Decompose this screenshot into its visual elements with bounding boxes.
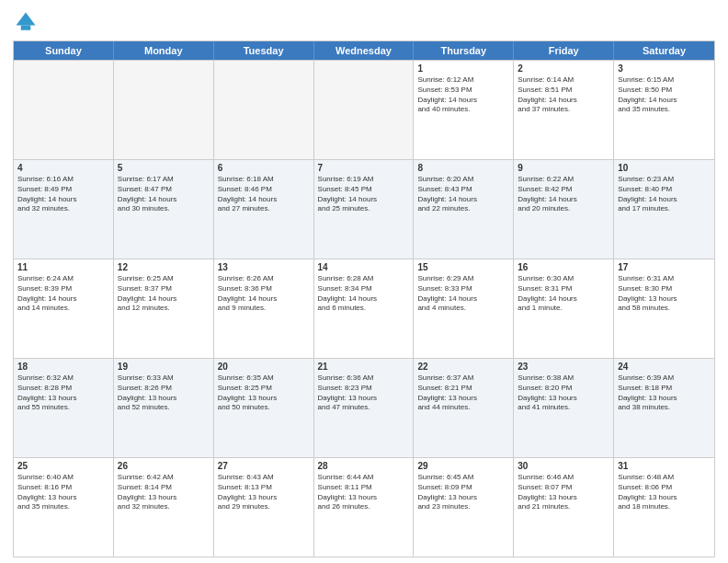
day-cell-9: 9Sunrise: 6:22 AMSunset: 8:42 PMDaylight… — [514, 160, 614, 259]
day-number: 15 — [417, 262, 509, 272]
day-cell-23: 23Sunrise: 6:38 AMSunset: 8:20 PMDayligh… — [514, 359, 614, 457]
day-cell-30: 30Sunrise: 6:46 AMSunset: 8:07 PMDayligh… — [514, 458, 614, 557]
calendar-row-2: 11Sunrise: 6:24 AMSunset: 8:39 PMDayligh… — [14, 259, 714, 358]
day-number: 14 — [318, 262, 410, 272]
day-cell-3: 3Sunrise: 6:15 AMSunset: 8:50 PMDaylight… — [614, 61, 714, 159]
empty-cell — [214, 61, 314, 159]
day-cell-18: 18Sunrise: 6:32 AMSunset: 8:28 PMDayligh… — [14, 359, 114, 457]
cell-info: Sunrise: 6:35 AMSunset: 8:25 PMDaylight:… — [218, 373, 310, 413]
day-cell-17: 17Sunrise: 6:31 AMSunset: 8:30 PMDayligh… — [614, 259, 714, 358]
header-day-monday: Monday — [114, 41, 214, 60]
header-day-thursday: Thursday — [414, 41, 514, 60]
cell-info: Sunrise: 6:20 AMSunset: 8:43 PMDaylight:… — [417, 175, 509, 214]
day-cell-4: 4Sunrise: 6:16 AMSunset: 8:49 PMDaylight… — [14, 160, 114, 259]
day-number: 24 — [618, 362, 711, 372]
day-cell-25: 25Sunrise: 6:40 AMSunset: 8:16 PMDayligh… — [14, 458, 114, 557]
empty-cell — [314, 61, 415, 159]
cell-info: Sunrise: 6:45 AMSunset: 8:09 PMDaylight:… — [417, 473, 509, 512]
day-cell-21: 21Sunrise: 6:36 AMSunset: 8:23 PMDayligh… — [314, 359, 415, 457]
day-cell-12: 12Sunrise: 6:25 AMSunset: 8:37 PMDayligh… — [114, 259, 214, 358]
cell-info: Sunrise: 6:48 AMSunset: 8:06 PMDaylight:… — [618, 473, 711, 512]
day-number: 11 — [17, 262, 109, 272]
day-number: 1 — [417, 63, 509, 74]
cell-info: Sunrise: 6:43 AMSunset: 8:13 PMDaylight:… — [218, 473, 310, 512]
empty-cell — [114, 61, 214, 159]
day-number: 9 — [518, 163, 609, 173]
day-number: 21 — [318, 362, 410, 372]
day-number: 26 — [118, 461, 210, 471]
cell-info: Sunrise: 6:26 AMSunset: 8:36 PMDaylight:… — [218, 274, 310, 314]
day-cell-20: 20Sunrise: 6:35 AMSunset: 8:25 PMDayligh… — [214, 359, 314, 457]
day-cell-31: 31Sunrise: 6:48 AMSunset: 8:06 PMDayligh… — [614, 458, 714, 557]
day-cell-14: 14Sunrise: 6:28 AMSunset: 8:34 PMDayligh… — [314, 259, 415, 358]
day-number: 17 — [618, 262, 711, 272]
calendar-row-4: 25Sunrise: 6:40 AMSunset: 8:16 PMDayligh… — [14, 457, 714, 557]
cell-info: Sunrise: 6:14 AMSunset: 8:51 PMDaylight:… — [518, 75, 609, 115]
day-number: 25 — [17, 461, 109, 471]
day-cell-15: 15Sunrise: 6:29 AMSunset: 8:33 PMDayligh… — [414, 259, 514, 358]
cell-info: Sunrise: 6:23 AMSunset: 8:40 PMDaylight:… — [618, 175, 711, 214]
day-number: 19 — [118, 362, 210, 372]
day-cell-7: 7Sunrise: 6:19 AMSunset: 8:45 PMDaylight… — [314, 160, 415, 259]
day-number: 5 — [118, 163, 210, 173]
day-cell-10: 10Sunrise: 6:23 AMSunset: 8:40 PMDayligh… — [614, 160, 714, 259]
logo — [13, 9, 42, 35]
empty-cell — [14, 61, 114, 159]
header-day-saturday: Saturday — [614, 41, 714, 60]
cell-info: Sunrise: 6:31 AMSunset: 8:30 PMDaylight:… — [618, 274, 711, 314]
cell-info: Sunrise: 6:36 AMSunset: 8:23 PMDaylight:… — [318, 373, 410, 413]
day-number: 13 — [218, 262, 310, 272]
day-cell-28: 28Sunrise: 6:44 AMSunset: 8:11 PMDayligh… — [314, 458, 415, 557]
cell-info: Sunrise: 6:28 AMSunset: 8:34 PMDaylight:… — [318, 274, 410, 314]
svg-rect-1 — [21, 26, 31, 30]
day-number: 22 — [417, 362, 509, 372]
cell-info: Sunrise: 6:46 AMSunset: 8:07 PMDaylight:… — [518, 473, 609, 512]
cell-info: Sunrise: 6:12 AMSunset: 8:53 PMDaylight:… — [417, 75, 509, 115]
calendar: SundayMondayTuesdayWednesdayThursdayFrid… — [13, 40, 715, 557]
day-cell-6: 6Sunrise: 6:18 AMSunset: 8:46 PMDaylight… — [214, 160, 314, 259]
calendar-row-0: 1Sunrise: 6:12 AMSunset: 8:53 PMDaylight… — [14, 60, 714, 159]
logo-icon — [13, 9, 39, 35]
cell-info: Sunrise: 6:29 AMSunset: 8:33 PMDaylight:… — [417, 274, 509, 314]
day-cell-19: 19Sunrise: 6:33 AMSunset: 8:26 PMDayligh… — [114, 359, 214, 457]
day-cell-29: 29Sunrise: 6:45 AMSunset: 8:09 PMDayligh… — [414, 458, 514, 557]
day-number: 12 — [118, 262, 210, 272]
cell-info: Sunrise: 6:18 AMSunset: 8:46 PMDaylight:… — [218, 175, 310, 214]
day-number: 18 — [17, 362, 109, 372]
day-cell-8: 8Sunrise: 6:20 AMSunset: 8:43 PMDaylight… — [414, 160, 514, 259]
cell-info: Sunrise: 6:30 AMSunset: 8:31 PMDaylight:… — [518, 274, 609, 314]
cell-info: Sunrise: 6:33 AMSunset: 8:26 PMDaylight:… — [118, 373, 210, 413]
cell-info: Sunrise: 6:17 AMSunset: 8:47 PMDaylight:… — [118, 175, 210, 214]
day-cell-27: 27Sunrise: 6:43 AMSunset: 8:13 PMDayligh… — [214, 458, 314, 557]
calendar-row-1: 4Sunrise: 6:16 AMSunset: 8:49 PMDaylight… — [14, 159, 714, 259]
day-cell-5: 5Sunrise: 6:17 AMSunset: 8:47 PMDaylight… — [114, 160, 214, 259]
day-cell-11: 11Sunrise: 6:24 AMSunset: 8:39 PMDayligh… — [14, 259, 114, 358]
day-number: 31 — [618, 461, 711, 471]
day-number: 3 — [618, 63, 711, 74]
day-cell-2: 2Sunrise: 6:14 AMSunset: 8:51 PMDaylight… — [514, 61, 614, 159]
day-number: 6 — [218, 163, 310, 173]
cell-info: Sunrise: 6:16 AMSunset: 8:49 PMDaylight:… — [17, 175, 109, 214]
cell-info: Sunrise: 6:15 AMSunset: 8:50 PMDaylight:… — [618, 75, 711, 115]
day-cell-1: 1Sunrise: 6:12 AMSunset: 8:53 PMDaylight… — [414, 61, 514, 159]
cell-info: Sunrise: 6:25 AMSunset: 8:37 PMDaylight:… — [118, 274, 210, 314]
day-cell-13: 13Sunrise: 6:26 AMSunset: 8:36 PMDayligh… — [214, 259, 314, 358]
day-cell-26: 26Sunrise: 6:42 AMSunset: 8:14 PMDayligh… — [114, 458, 214, 557]
calendar-body: 1Sunrise: 6:12 AMSunset: 8:53 PMDaylight… — [14, 60, 714, 557]
day-cell-22: 22Sunrise: 6:37 AMSunset: 8:21 PMDayligh… — [414, 359, 514, 457]
cell-info: Sunrise: 6:37 AMSunset: 8:21 PMDaylight:… — [417, 373, 509, 413]
day-number: 7 — [318, 163, 410, 173]
page: SundayMondayTuesdayWednesdayThursdayFrid… — [0, 0, 728, 563]
cell-info: Sunrise: 6:39 AMSunset: 8:18 PMDaylight:… — [618, 373, 711, 413]
cell-info: Sunrise: 6:44 AMSunset: 8:11 PMDaylight:… — [318, 473, 410, 512]
calendar-header: SundayMondayTuesdayWednesdayThursdayFrid… — [14, 41, 714, 60]
day-number: 2 — [518, 63, 609, 74]
day-number: 8 — [417, 163, 509, 173]
header — [13, 9, 715, 35]
day-number: 29 — [417, 461, 509, 471]
day-number: 10 — [618, 163, 711, 173]
day-number: 23 — [518, 362, 609, 372]
header-day-friday: Friday — [514, 41, 614, 60]
cell-info: Sunrise: 6:42 AMSunset: 8:14 PMDaylight:… — [118, 473, 210, 512]
day-number: 20 — [218, 362, 310, 372]
